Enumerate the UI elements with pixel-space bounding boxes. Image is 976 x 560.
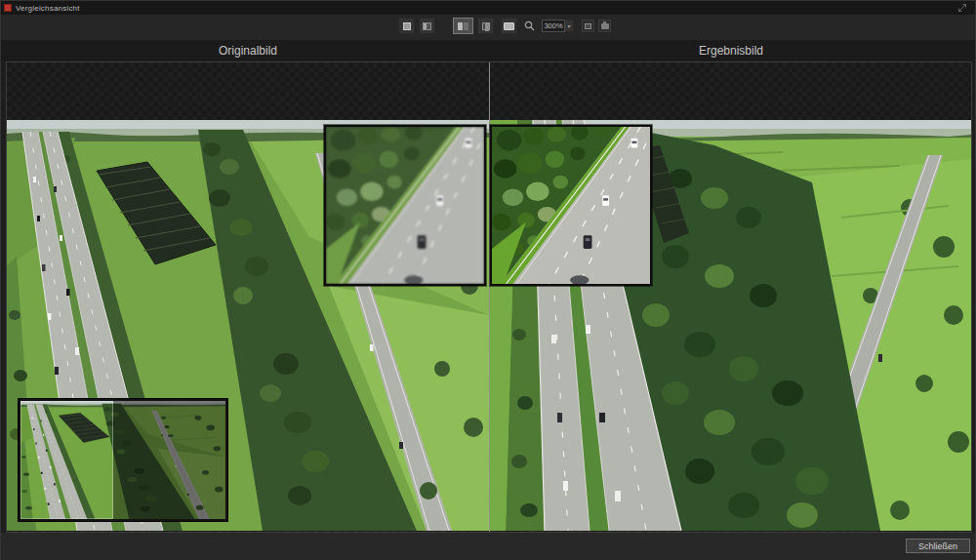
original-pane-label: Originalbild — [150, 44, 346, 58]
window-title: Vergleichsansicht — [16, 4, 80, 13]
pane-header-strip: Originalbild Ergebnisbild — [1, 40, 975, 61]
result-loupe-inset[interactable] — [490, 125, 652, 286]
zoom-caret-icon[interactable]: ▾ — [565, 20, 574, 32]
zoom-tool-button[interactable] — [521, 18, 538, 34]
zoom-level-select[interactable]: 300% — [542, 20, 565, 32]
overview-thumbnail[interactable] — [19, 399, 227, 521]
thumbnail-viewport-rect[interactable] — [20, 401, 113, 519]
titlebar: Vergleichsansicht — [1, 1, 975, 15]
magnifier-toggle-icon — [601, 23, 609, 29]
result-pane-label: Ergebnisbild — [633, 44, 829, 58]
single-view-button[interactable] — [398, 18, 415, 34]
window-resize-icon[interactable] — [957, 3, 967, 13]
zoom-level-value: 300% — [544, 21, 562, 30]
overlay-view-button[interactable] — [477, 18, 494, 34]
close-button[interactable]: Schließen — [906, 539, 970, 553]
magnifier-icon — [524, 20, 535, 31]
comparison-window: Vergleichsansicht 300% ▾ Origi — [0, 0, 976, 560]
split-view-icon — [423, 22, 431, 30]
fit-view-icon — [504, 22, 514, 30]
toolbar: 300% ▾ — [1, 15, 975, 40]
footer-bar: Schließen — [1, 533, 975, 560]
thumbnail-dim-overlay — [113, 401, 226, 519]
app-icon — [4, 4, 12, 12]
overview-toggle-button[interactable] — [582, 20, 594, 32]
overview-toggle-icon — [585, 23, 591, 29]
side-by-side-icon — [458, 22, 468, 30]
split-view-button[interactable] — [419, 18, 435, 34]
fit-view-button[interactable] — [501, 18, 517, 34]
magnifier-toggle-button[interactable] — [598, 20, 611, 32]
original-loupe-inset[interactable] — [324, 125, 486, 286]
side-by-side-view-button[interactable] — [453, 18, 473, 34]
single-view-icon — [403, 22, 411, 30]
overlay-view-icon — [482, 22, 490, 30]
comparison-canvas — [6, 61, 972, 533]
